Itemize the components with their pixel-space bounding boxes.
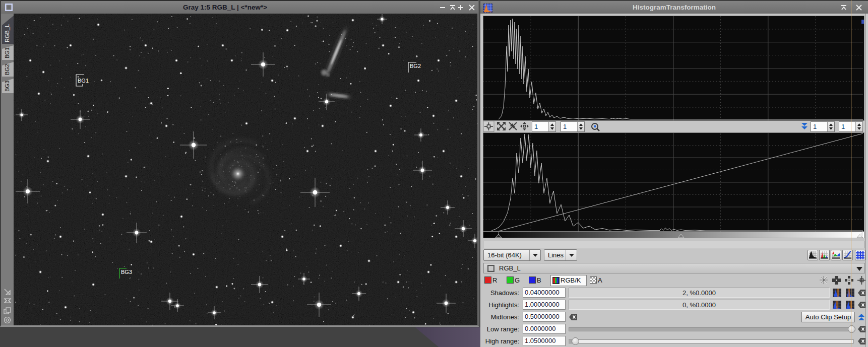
- svg-text:BG1: BG1: [78, 78, 89, 84]
- svg-text:BG3: BG3: [121, 269, 132, 275]
- svg-text:RGB_L: RGB_L: [4, 24, 10, 42]
- svg-text:BG2: BG2: [4, 64, 10, 75]
- svg-text:BG1: BG1: [4, 47, 10, 58]
- svg-text:BG2: BG2: [410, 63, 421, 69]
- svg-text:BG3: BG3: [4, 81, 10, 92]
